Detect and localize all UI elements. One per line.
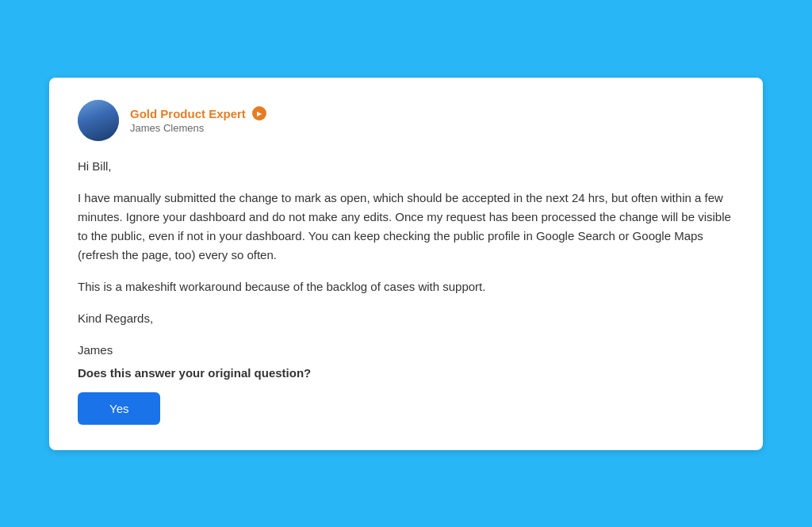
message-card: Gold Product Expert James Clemens Hi Bil… [49,78,763,450]
author-title-row: Gold Product Expert [130,106,266,120]
badge-icon [252,106,266,120]
yes-button[interactable]: Yes [78,392,160,425]
avatar [78,100,119,141]
regards: Kind Regards, [78,309,734,328]
message-body: Hi Bill, I have manually submitted the c… [78,157,734,360]
main-message: I have manually submitted the change to … [78,189,734,265]
greeting: Hi Bill, [78,157,734,176]
question-label: Does this answer your original question? [78,366,734,380]
author-name: James Clemens [130,122,266,134]
signature: James [78,341,734,360]
workaround-note: This is a makeshift workaround because o… [78,277,734,296]
author-info: Gold Product Expert James Clemens [130,106,266,134]
author-row: Gold Product Expert James Clemens [78,100,734,141]
author-title: Gold Product Expert [130,107,246,120]
